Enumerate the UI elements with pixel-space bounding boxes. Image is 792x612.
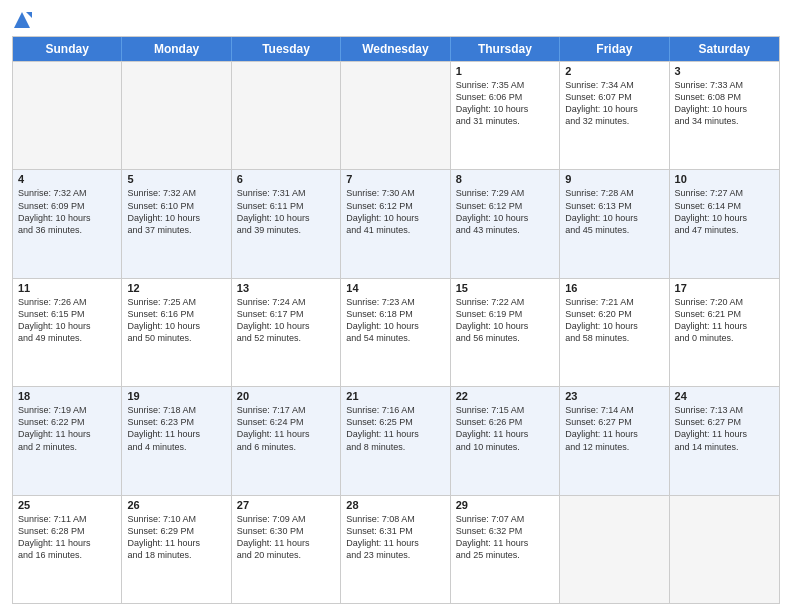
calendar-week: 1Sunrise: 7:35 AM Sunset: 6:06 PM Daylig…	[13, 61, 779, 169]
calendar-day-cell: 1Sunrise: 7:35 AM Sunset: 6:06 PM Daylig…	[451, 62, 560, 169]
calendar-day-cell: 2Sunrise: 7:34 AM Sunset: 6:07 PM Daylig…	[560, 62, 669, 169]
day-number: 10	[675, 173, 774, 185]
calendar-day-cell: 17Sunrise: 7:20 AM Sunset: 6:21 PM Dayli…	[670, 279, 779, 386]
day-info: Sunrise: 7:32 AM Sunset: 6:09 PM Dayligh…	[18, 187, 116, 236]
day-info: Sunrise: 7:35 AM Sunset: 6:06 PM Dayligh…	[456, 79, 554, 128]
calendar-day-cell: 12Sunrise: 7:25 AM Sunset: 6:16 PM Dayli…	[122, 279, 231, 386]
calendar-week: 4Sunrise: 7:32 AM Sunset: 6:09 PM Daylig…	[13, 169, 779, 277]
day-number: 20	[237, 390, 335, 402]
calendar-day-cell: 11Sunrise: 7:26 AM Sunset: 6:15 PM Dayli…	[13, 279, 122, 386]
day-info: Sunrise: 7:18 AM Sunset: 6:23 PM Dayligh…	[127, 404, 225, 453]
calendar-day-cell: 7Sunrise: 7:30 AM Sunset: 6:12 PM Daylig…	[341, 170, 450, 277]
calendar-day-cell: 29Sunrise: 7:07 AM Sunset: 6:32 PM Dayli…	[451, 496, 560, 603]
day-info: Sunrise: 7:16 AM Sunset: 6:25 PM Dayligh…	[346, 404, 444, 453]
calendar-day-cell: 28Sunrise: 7:08 AM Sunset: 6:31 PM Dayli…	[341, 496, 450, 603]
day-number: 19	[127, 390, 225, 402]
day-info: Sunrise: 7:34 AM Sunset: 6:07 PM Dayligh…	[565, 79, 663, 128]
calendar-header-cell: Sunday	[13, 37, 122, 61]
logo-icon	[12, 10, 32, 30]
day-info: Sunrise: 7:15 AM Sunset: 6:26 PM Dayligh…	[456, 404, 554, 453]
calendar-day-cell: 23Sunrise: 7:14 AM Sunset: 6:27 PM Dayli…	[560, 387, 669, 494]
day-number: 11	[18, 282, 116, 294]
day-info: Sunrise: 7:23 AM Sunset: 6:18 PM Dayligh…	[346, 296, 444, 345]
day-info: Sunrise: 7:19 AM Sunset: 6:22 PM Dayligh…	[18, 404, 116, 453]
logo	[12, 10, 36, 30]
day-number: 16	[565, 282, 663, 294]
calendar-day-cell: 21Sunrise: 7:16 AM Sunset: 6:25 PM Dayli…	[341, 387, 450, 494]
calendar-body: 1Sunrise: 7:35 AM Sunset: 6:06 PM Daylig…	[13, 61, 779, 603]
calendar-day-cell: 3Sunrise: 7:33 AM Sunset: 6:08 PM Daylig…	[670, 62, 779, 169]
day-info: Sunrise: 7:28 AM Sunset: 6:13 PM Dayligh…	[565, 187, 663, 236]
day-info: Sunrise: 7:27 AM Sunset: 6:14 PM Dayligh…	[675, 187, 774, 236]
day-info: Sunrise: 7:07 AM Sunset: 6:32 PM Dayligh…	[456, 513, 554, 562]
calendar-header-cell: Monday	[122, 37, 231, 61]
calendar-header-row: SundayMondayTuesdayWednesdayThursdayFrid…	[13, 37, 779, 61]
calendar-header-cell: Friday	[560, 37, 669, 61]
day-info: Sunrise: 7:14 AM Sunset: 6:27 PM Dayligh…	[565, 404, 663, 453]
calendar-day-cell: 8Sunrise: 7:29 AM Sunset: 6:12 PM Daylig…	[451, 170, 560, 277]
day-number: 14	[346, 282, 444, 294]
calendar-day-cell: 9Sunrise: 7:28 AM Sunset: 6:13 PM Daylig…	[560, 170, 669, 277]
day-info: Sunrise: 7:21 AM Sunset: 6:20 PM Dayligh…	[565, 296, 663, 345]
calendar-empty-cell	[341, 62, 450, 169]
day-number: 25	[18, 499, 116, 511]
day-number: 13	[237, 282, 335, 294]
day-number: 7	[346, 173, 444, 185]
calendar-day-cell: 19Sunrise: 7:18 AM Sunset: 6:23 PM Dayli…	[122, 387, 231, 494]
day-number: 12	[127, 282, 225, 294]
calendar-empty-cell	[670, 496, 779, 603]
day-number: 18	[18, 390, 116, 402]
day-number: 8	[456, 173, 554, 185]
day-number: 1	[456, 65, 554, 77]
day-info: Sunrise: 7:08 AM Sunset: 6:31 PM Dayligh…	[346, 513, 444, 562]
calendar-header-cell: Wednesday	[341, 37, 450, 61]
day-number: 28	[346, 499, 444, 511]
day-number: 29	[456, 499, 554, 511]
day-number: 5	[127, 173, 225, 185]
calendar-day-cell: 10Sunrise: 7:27 AM Sunset: 6:14 PM Dayli…	[670, 170, 779, 277]
day-info: Sunrise: 7:10 AM Sunset: 6:29 PM Dayligh…	[127, 513, 225, 562]
day-number: 3	[675, 65, 774, 77]
calendar-day-cell: 5Sunrise: 7:32 AM Sunset: 6:10 PM Daylig…	[122, 170, 231, 277]
day-info: Sunrise: 7:17 AM Sunset: 6:24 PM Dayligh…	[237, 404, 335, 453]
calendar-day-cell: 14Sunrise: 7:23 AM Sunset: 6:18 PM Dayli…	[341, 279, 450, 386]
header	[12, 10, 780, 30]
day-number: 22	[456, 390, 554, 402]
day-number: 21	[346, 390, 444, 402]
calendar-empty-cell	[232, 62, 341, 169]
calendar-day-cell: 26Sunrise: 7:10 AM Sunset: 6:29 PM Dayli…	[122, 496, 231, 603]
day-info: Sunrise: 7:26 AM Sunset: 6:15 PM Dayligh…	[18, 296, 116, 345]
calendar-day-cell: 4Sunrise: 7:32 AM Sunset: 6:09 PM Daylig…	[13, 170, 122, 277]
calendar-header-cell: Tuesday	[232, 37, 341, 61]
day-info: Sunrise: 7:09 AM Sunset: 6:30 PM Dayligh…	[237, 513, 335, 562]
calendar-week: 18Sunrise: 7:19 AM Sunset: 6:22 PM Dayli…	[13, 386, 779, 494]
day-info: Sunrise: 7:31 AM Sunset: 6:11 PM Dayligh…	[237, 187, 335, 236]
calendar-header-cell: Saturday	[670, 37, 779, 61]
day-info: Sunrise: 7:30 AM Sunset: 6:12 PM Dayligh…	[346, 187, 444, 236]
calendar-empty-cell	[122, 62, 231, 169]
day-info: Sunrise: 7:25 AM Sunset: 6:16 PM Dayligh…	[127, 296, 225, 345]
day-number: 24	[675, 390, 774, 402]
calendar-day-cell: 25Sunrise: 7:11 AM Sunset: 6:28 PM Dayli…	[13, 496, 122, 603]
day-info: Sunrise: 7:13 AM Sunset: 6:27 PM Dayligh…	[675, 404, 774, 453]
day-number: 4	[18, 173, 116, 185]
calendar-header-cell: Thursday	[451, 37, 560, 61]
day-info: Sunrise: 7:32 AM Sunset: 6:10 PM Dayligh…	[127, 187, 225, 236]
calendar-day-cell: 27Sunrise: 7:09 AM Sunset: 6:30 PM Dayli…	[232, 496, 341, 603]
day-number: 27	[237, 499, 335, 511]
day-info: Sunrise: 7:33 AM Sunset: 6:08 PM Dayligh…	[675, 79, 774, 128]
calendar-day-cell: 22Sunrise: 7:15 AM Sunset: 6:26 PM Dayli…	[451, 387, 560, 494]
day-number: 2	[565, 65, 663, 77]
day-number: 26	[127, 499, 225, 511]
svg-marker-1	[26, 12, 32, 18]
day-info: Sunrise: 7:22 AM Sunset: 6:19 PM Dayligh…	[456, 296, 554, 345]
calendar-day-cell: 6Sunrise: 7:31 AM Sunset: 6:11 PM Daylig…	[232, 170, 341, 277]
page: SundayMondayTuesdayWednesdayThursdayFrid…	[0, 0, 792, 612]
calendar-day-cell: 15Sunrise: 7:22 AM Sunset: 6:19 PM Dayli…	[451, 279, 560, 386]
calendar: SundayMondayTuesdayWednesdayThursdayFrid…	[12, 36, 780, 604]
calendar-day-cell: 18Sunrise: 7:19 AM Sunset: 6:22 PM Dayli…	[13, 387, 122, 494]
calendar-day-cell: 13Sunrise: 7:24 AM Sunset: 6:17 PM Dayli…	[232, 279, 341, 386]
day-number: 17	[675, 282, 774, 294]
day-number: 15	[456, 282, 554, 294]
calendar-week: 25Sunrise: 7:11 AM Sunset: 6:28 PM Dayli…	[13, 495, 779, 603]
